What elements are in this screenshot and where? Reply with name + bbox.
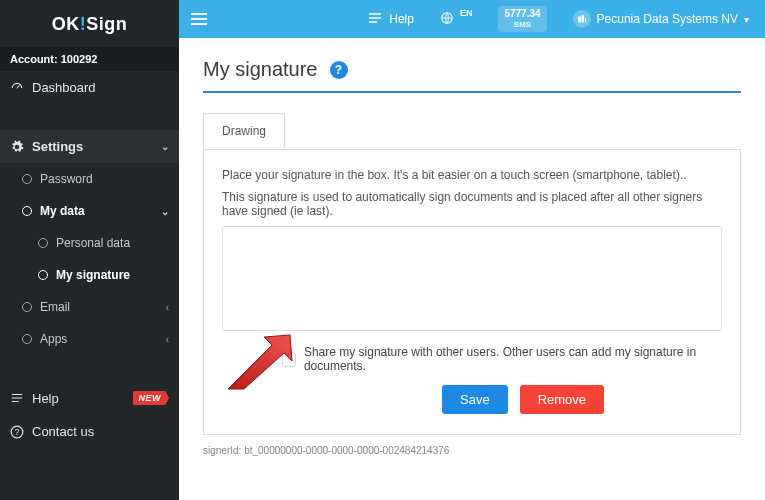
radio-icon xyxy=(38,238,48,248)
sms-badge: 5777.34 SMS xyxy=(498,6,546,32)
content-area: My signature ? Drawing Place your signat… xyxy=(179,38,765,500)
question-icon: ? xyxy=(10,425,24,439)
topbar-org-name: Pecunia Data Systems NV xyxy=(597,12,738,26)
sidebar-item-label: Contact us xyxy=(32,424,169,439)
save-button[interactable]: Save xyxy=(442,385,508,414)
topbar-help-label: Help xyxy=(389,12,414,26)
sidebar: OK!Sign Account: 100292 Dashboard Settin… xyxy=(0,0,179,500)
share-label: Share my signature with other users. Oth… xyxy=(304,345,722,373)
chevron-left-icon: ‹ xyxy=(166,302,169,313)
sidebar-item-personal-data[interactable]: Personal data xyxy=(0,227,179,259)
sidebar-item-apps[interactable]: Apps ‹ xyxy=(0,323,179,355)
hint-text-1: Place your signature in the box. It's a … xyxy=(222,168,722,182)
sidebar-item-label: Apps xyxy=(40,332,158,346)
chevron-left-icon: ‹ xyxy=(166,334,169,345)
brand-part3: Sign xyxy=(86,14,127,34)
svg-rect-4 xyxy=(581,15,584,22)
share-checkbox[interactable] xyxy=(282,352,296,367)
sidebar-item-label: My data xyxy=(40,204,153,218)
new-badge: NEW xyxy=(133,391,170,405)
sidebar-item-label: Personal data xyxy=(56,236,169,250)
sidebar-item-settings[interactable]: Settings ⌄ xyxy=(0,130,179,163)
sidebar-item-help[interactable]: Help NEW xyxy=(0,381,179,415)
sidebar-item-label: Help xyxy=(32,391,121,406)
sms-count: 5777.34 xyxy=(504,8,540,19)
signer-id-text: signerId: bt_00000000-0000-0000-0000-002… xyxy=(203,445,741,456)
sidebar-item-label: My signature xyxy=(56,268,169,282)
sidebar-item-mydata[interactable]: My data ⌄ xyxy=(0,195,179,227)
svg-rect-5 xyxy=(585,18,586,22)
menu-toggle-button[interactable] xyxy=(191,13,207,25)
page-title: My signature xyxy=(203,58,318,81)
sidebar-item-label: Settings xyxy=(32,139,153,154)
sidebar-item-label: Email xyxy=(40,300,158,314)
signature-canvas[interactable] xyxy=(222,226,722,331)
sidebar-item-email[interactable]: Email ‹ xyxy=(0,291,179,323)
radio-icon xyxy=(38,270,48,280)
radio-icon xyxy=(22,206,32,216)
topbar-sms-balance[interactable]: 5777.34 SMS xyxy=(492,2,552,36)
brand-logo: OK!Sign xyxy=(0,0,179,47)
radio-icon xyxy=(22,302,32,312)
help-bars-icon xyxy=(367,10,383,29)
gear-icon xyxy=(10,140,24,154)
svg-rect-3 xyxy=(578,17,581,23)
topbar-org-switcher[interactable]: Pecunia Data Systems NV ▾ xyxy=(567,6,755,32)
topbar-language[interactable]: EN xyxy=(434,7,479,32)
radio-icon xyxy=(22,174,32,184)
dashboard-icon xyxy=(10,81,24,95)
sidebar-item-dashboard[interactable]: Dashboard xyxy=(0,71,179,104)
title-divider xyxy=(203,91,741,93)
globe-icon xyxy=(440,11,454,28)
remove-button[interactable]: Remove xyxy=(520,385,604,414)
chevron-down-icon: ⌄ xyxy=(161,206,169,217)
topbar: Help EN 5777.34 SMS Pecunia Data Systems… xyxy=(179,0,765,38)
radio-icon xyxy=(22,334,32,344)
chevron-down-icon: ⌄ xyxy=(161,141,169,152)
caret-down-icon: ▾ xyxy=(744,14,749,25)
sms-unit: SMS xyxy=(504,20,540,30)
tabs: Drawing xyxy=(203,113,741,150)
sidebar-item-label: Dashboard xyxy=(32,80,169,95)
sidebar-item-contact[interactable]: ? Contact us xyxy=(0,415,179,448)
signature-panel: Place your signature in the box. It's a … xyxy=(203,150,741,435)
brand-part1: OK xyxy=(52,14,80,34)
topbar-help[interactable]: Help xyxy=(361,6,420,33)
sidebar-item-label: Password xyxy=(40,172,169,186)
sidebar-item-my-signature[interactable]: My signature xyxy=(0,259,179,291)
account-id-label: Account: 100292 xyxy=(0,47,179,71)
svg-text:?: ? xyxy=(15,427,20,436)
sidebar-item-password[interactable]: Password xyxy=(0,163,179,195)
page-help-icon[interactable]: ? xyxy=(330,61,348,79)
tab-drawing[interactable]: Drawing xyxy=(203,113,285,149)
help-bars-icon xyxy=(10,390,24,406)
org-logo-icon xyxy=(573,10,591,28)
hint-text-2: This signature is used to automatically … xyxy=(222,190,722,218)
topbar-lang-label: EN xyxy=(460,8,473,18)
